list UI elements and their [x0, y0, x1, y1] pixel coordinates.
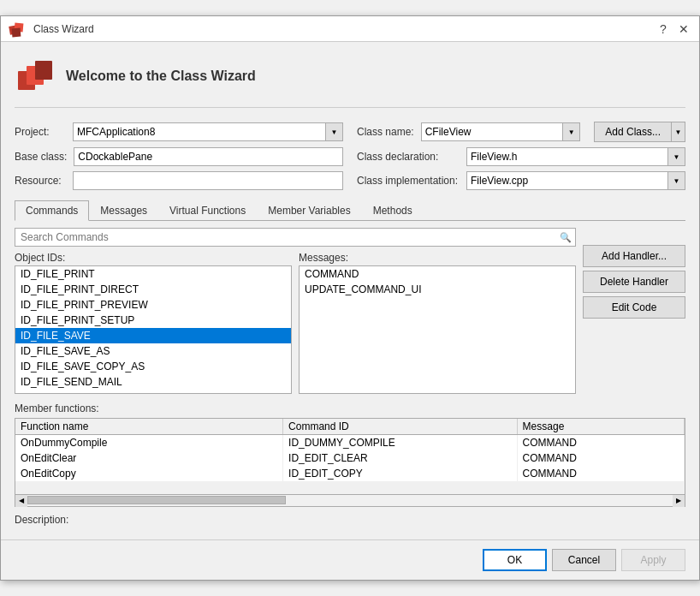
tab-methods[interactable]: Methods	[362, 200, 424, 220]
title-bar-left: Class Wizard	[8, 19, 94, 39]
table-row[interactable]: OnEditClear ID_EDIT_CLEAR COMMAND	[15, 450, 685, 466]
list-item[interactable]: COMMAND	[300, 266, 575, 282]
classimpl-dropdown-arrow[interactable]: ▼	[667, 172, 685, 189]
list-item[interactable]: ID_FILE_PRINT_DIRECT	[15, 282, 291, 297]
help-button[interactable]: ?	[655, 21, 672, 38]
classname-label: Class name:	[357, 126, 414, 138]
search-icon: 🔍	[556, 228, 575, 247]
member-functions-label: Member functions:	[15, 402, 685, 414]
list-item[interactable]: ID_FILE_SAVE_COPY_AS	[15, 359, 291, 374]
classdecl-value: FileView.h	[467, 149, 667, 164]
object-ids-list[interactable]: ID_FILE_PRINT ID_FILE_PRINT_DIRECT ID_FI…	[15, 265, 292, 394]
window-title: Class Wizard	[33, 23, 94, 35]
scroll-track[interactable]	[27, 495, 673, 506]
project-dropdown-arrow[interactable]: ▼	[325, 123, 342, 140]
wizard-icon	[15, 56, 56, 97]
two-pane: Object IDs: ID_FILE_PRINT ID_FILE_PRINT_…	[15, 252, 576, 394]
messages-list[interactable]: COMMAND UPDATE_COMMAND_UI	[299, 265, 576, 394]
command-id-cell: ID_DUMMY_COMPILE	[283, 435, 518, 451]
tab-commands[interactable]: Commands	[15, 200, 89, 221]
list-item[interactable]: ID_FILE_PRINT_SETUP	[15, 313, 291, 328]
tab-member-variables[interactable]: Member Variables	[257, 200, 361, 220]
baseclass-input[interactable]	[74, 147, 343, 166]
apply-button[interactable]: Apply	[621, 549, 685, 571]
commands-left: 🔍 Object IDs: ID_FILE_PRINT ID_FILE_PRIN…	[15, 228, 576, 394]
scroll-right-button[interactable]: ▶	[673, 495, 685, 507]
add-class-group: Add Class... ▼	[594, 122, 685, 142]
col-function-name: Function name	[15, 419, 283, 435]
message-cell: COMMAND	[517, 466, 684, 481]
classimpl-label: Class implementation:	[357, 175, 460, 187]
tab-virtual-functions[interactable]: Virtual Functions	[158, 200, 257, 220]
close-button[interactable]: ✕	[675, 21, 692, 38]
list-item[interactable]: ID_FILE_PRINT	[15, 266, 291, 282]
list-item[interactable]: ID_FILE_SEND_MAIL	[15, 374, 291, 390]
bottom-bar: OK Cancel Apply	[1, 539, 699, 580]
tab-bar: Commands Messages Virtual Functions Memb…	[15, 200, 685, 221]
function-name-cell: OnEditClear	[15, 450, 283, 466]
class-wizard-window: Class Wizard ? ✕ Welcome to the Class Wi…	[0, 15, 700, 581]
classdecl-select[interactable]: FileView.h ▼	[466, 147, 685, 166]
classimpl-select[interactable]: FileView.cpp ▼	[466, 171, 685, 190]
title-bar-right: ? ✕	[655, 21, 692, 38]
message-cell: COMMAND	[517, 450, 684, 466]
table-row[interactable]: OnDummyCompile ID_DUMMY_COMPILE COMMAND	[15, 435, 685, 451]
delete-handler-button[interactable]: Delete Handler	[583, 271, 685, 293]
list-item-selected[interactable]: ID_FILE_SAVE	[15, 328, 291, 343]
ok-button[interactable]: OK	[483, 549, 547, 571]
add-handler-button[interactable]: Add Handler...	[583, 245, 685, 267]
svg-rect-2	[12, 27, 21, 37]
classname-select[interactable]: CFileView ▼	[421, 122, 581, 141]
description-section: Description:	[15, 514, 685, 526]
classname-dropdown-arrow[interactable]: ▼	[562, 123, 579, 140]
member-functions-table-wrapper[interactable]: Function name Command ID Message OnDummy…	[15, 418, 685, 495]
object-ids-label: Object IDs:	[15, 252, 292, 264]
scroll-thumb[interactable]	[27, 496, 286, 504]
project-row: Project: MFCApplication8 ▼	[15, 122, 343, 142]
edit-code-button[interactable]: Edit Code	[583, 296, 685, 319]
table-row[interactable]: OnEditCopy ID_EDIT_COPY COMMAND	[15, 466, 685, 481]
add-class-button[interactable]: Add Class...	[594, 122, 672, 142]
commands-panel: 🔍 Object IDs: ID_FILE_PRINT ID_FILE_PRIN…	[15, 228, 685, 394]
resource-label: Resource:	[15, 175, 66, 187]
member-functions-section: Member functions: Function name Command …	[15, 402, 685, 507]
list-item[interactable]: ID_FILE_PRINT_PREVIEW	[15, 297, 291, 313]
main-content: Welcome to the Class Wizard Project: MFC…	[1, 42, 699, 539]
baseclass-row: Base class:	[15, 147, 343, 166]
project-value: MFCApplication8	[74, 124, 325, 140]
list-item[interactable]: ID_FILE_SAVE_AS	[15, 343, 291, 359]
cancel-button[interactable]: Cancel	[552, 549, 616, 571]
add-class-split-button[interactable]: ▼	[672, 122, 685, 142]
list-item[interactable]: UPDATE_COMMAND_UI	[300, 282, 575, 297]
svg-rect-5	[35, 61, 52, 80]
messages-label: Messages:	[299, 252, 576, 264]
command-id-cell: ID_EDIT_CLEAR	[283, 450, 518, 466]
classdecl-label: Class declaration:	[357, 151, 460, 163]
title-bar: Class Wizard ? ✕	[1, 16, 699, 42]
message-cell: COMMAND	[517, 435, 684, 451]
project-select[interactable]: MFCApplication8 ▼	[73, 122, 343, 141]
scroll-left-button[interactable]: ◀	[15, 495, 27, 507]
function-name-cell: OnDummyCompile	[15, 435, 283, 451]
commands-right: Add Handler... Delete Handler Edit Code	[583, 228, 685, 394]
classimpl-value: FileView.cpp	[467, 173, 667, 188]
table-header-row: Function name Command ID Message	[15, 419, 685, 435]
welcome-title: Welcome to the Class Wizard	[66, 69, 256, 84]
baseclass-label: Base class:	[15, 151, 67, 163]
classname-value: CFileView	[422, 124, 563, 140]
classdecl-dropdown-arrow[interactable]: ▼	[667, 148, 685, 165]
search-input[interactable]	[15, 229, 556, 245]
classimpl-row: Class implementation: FileView.cpp ▼	[357, 171, 685, 190]
project-label: Project:	[15, 126, 66, 138]
classdecl-row: Class declaration: FileView.h ▼	[357, 147, 685, 166]
classname-row: Class name: CFileView ▼ Add Class... ▼	[357, 122, 685, 142]
function-name-cell: OnEditCopy	[15, 466, 283, 481]
resource-input[interactable]	[73, 171, 343, 190]
horizontal-scrollbar[interactable]: ◀ ▶	[15, 495, 685, 507]
tab-messages[interactable]: Messages	[89, 200, 158, 220]
col-message: Message	[517, 419, 684, 435]
col-command-id: Command ID	[283, 419, 518, 435]
form-grid: Project: MFCApplication8 ▼ Class name: C…	[15, 122, 685, 190]
messages-pane: Messages: COMMAND UPDATE_COMMAND_UI	[299, 252, 576, 394]
object-ids-pane: Object IDs: ID_FILE_PRINT ID_FILE_PRINT_…	[15, 252, 292, 394]
